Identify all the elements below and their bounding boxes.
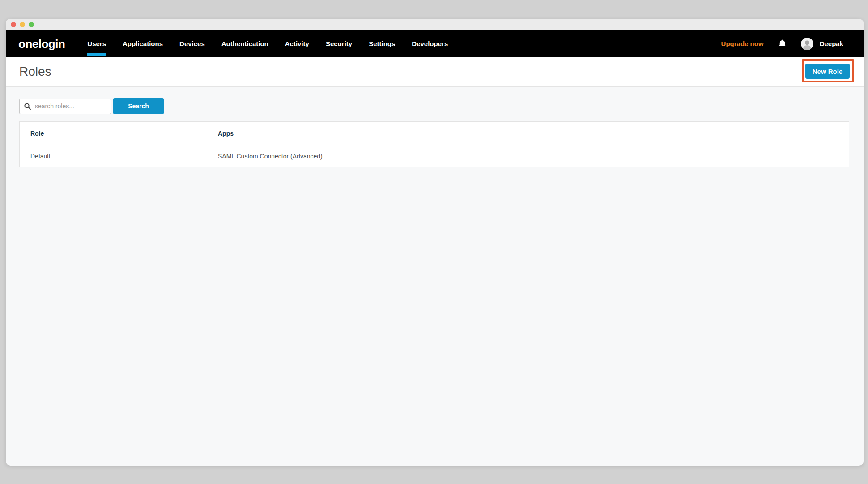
nav-item-label: Authentication (221, 40, 268, 47)
onelogin-logo[interactable]: onelogin (18, 38, 65, 50)
new-role-button[interactable]: New Role (805, 64, 850, 79)
role-name-cell[interactable]: Default (20, 153, 218, 160)
nav-item-label: Devices (179, 40, 205, 47)
navbar-right-group: Upgrade now Deepak (721, 30, 843, 57)
page-content: Search Role Apps Default SAML Custom Con… (6, 87, 864, 466)
nav-item-developers[interactable]: Developers (412, 30, 448, 57)
window-zoom-icon[interactable] (29, 22, 34, 27)
column-header-apps: Apps (218, 130, 849, 137)
user-avatar (801, 38, 813, 50)
search-row: Search (6, 87, 864, 114)
nav-item-settings[interactable]: Settings (369, 30, 395, 57)
nav-item-users[interactable]: Users (87, 30, 106, 57)
nav-item-label: Settings (369, 40, 395, 47)
nav-item-activity[interactable]: Activity (285, 30, 309, 57)
page-header: Roles New Role (6, 57, 864, 87)
table-row[interactable]: Default SAML Custom Connector (Advanced) (20, 145, 849, 167)
window-minimize-icon[interactable] (20, 22, 25, 27)
nav-item-label: Activity (285, 40, 309, 47)
nav-item-label: Developers (412, 40, 448, 47)
page-title: Roles (19, 64, 51, 79)
nav-item-label: Applications (123, 40, 163, 47)
notifications-bell-icon[interactable] (779, 39, 786, 48)
nav-item-authentication[interactable]: Authentication (221, 30, 268, 57)
search-button[interactable]: Search (113, 98, 164, 114)
role-apps-cell: SAML Custom Connector (Advanced) (218, 153, 849, 160)
search-roles-input[interactable] (19, 99, 111, 114)
nav-item-applications[interactable]: Applications (123, 30, 163, 57)
column-header-role: Role (20, 130, 218, 137)
roles-table: Role Apps Default SAML Custom Connector … (19, 121, 849, 167)
search-box (19, 99, 111, 114)
window-titlebar (6, 19, 864, 30)
top-navbar: onelogin Users Applications Devices Auth… (6, 30, 864, 57)
nav-item-devices[interactable]: Devices (179, 30, 205, 57)
nav-item-label: Security (326, 40, 352, 47)
roles-table-header: Role Apps (20, 122, 849, 145)
app-window: onelogin Users Applications Devices Auth… (6, 19, 864, 466)
user-menu[interactable]: Deepak (801, 38, 843, 50)
window-close-icon[interactable] (11, 22, 16, 27)
nav-menu: Users Applications Devices Authenticatio… (87, 30, 448, 57)
user-name: Deepak (820, 40, 843, 47)
nav-item-security[interactable]: Security (326, 30, 352, 57)
upgrade-now-link[interactable]: Upgrade now (721, 40, 764, 47)
nav-item-label: Users (87, 40, 106, 47)
